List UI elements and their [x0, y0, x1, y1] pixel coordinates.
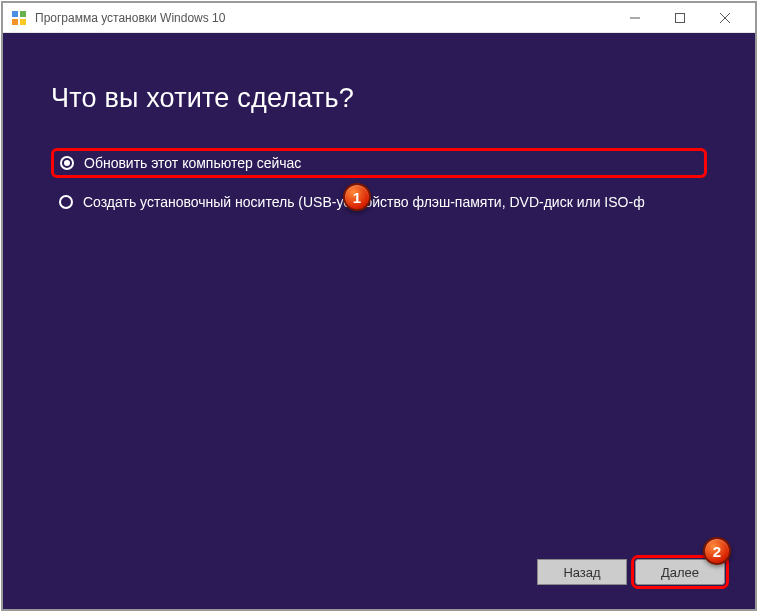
page-heading: Что вы хотите сделать? — [51, 83, 707, 114]
footer-buttons: Назад Далее — [537, 559, 725, 585]
svg-rect-3 — [20, 19, 26, 25]
svg-rect-0 — [12, 11, 18, 17]
titlebar: Программа установки Windows 10 — [3, 3, 755, 33]
annotation-marker-1: 1 — [343, 183, 371, 211]
app-icon — [11, 10, 27, 26]
content-area: Что вы хотите сделать? Обновить этот ком… — [3, 33, 755, 609]
radio-icon — [60, 156, 74, 170]
window-frame: Программа установки Windows 10 Что вы хо… — [1, 1, 757, 611]
radio-icon — [59, 195, 73, 209]
radio-group: Обновить этот компьютер сейчас Создать у… — [51, 148, 707, 216]
annotation-marker-2: 2 — [703, 537, 731, 565]
svg-rect-1 — [20, 11, 26, 17]
option-create-media[interactable]: Создать установочный носитель (USB-устро… — [51, 188, 707, 216]
maximize-button[interactable] — [657, 3, 702, 33]
window-title: Программа установки Windows 10 — [35, 11, 612, 25]
svg-rect-5 — [675, 13, 684, 22]
option-upgrade-now[interactable]: Обновить этот компьютер сейчас — [51, 148, 707, 178]
option-label: Обновить этот компьютер сейчас — [84, 155, 301, 171]
back-button[interactable]: Назад — [537, 559, 627, 585]
close-button[interactable] — [702, 3, 747, 33]
svg-rect-2 — [12, 19, 18, 25]
window-controls — [612, 3, 747, 33]
minimize-button[interactable] — [612, 3, 657, 33]
